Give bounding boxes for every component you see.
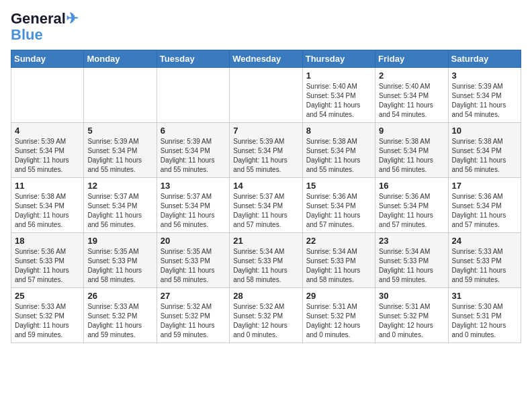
day-info: Sunrise: 5:35 AM Sunset: 5:33 PM Dayligh… <box>161 247 226 285</box>
calendar-cell: 27Sunrise: 5:32 AM Sunset: 5:32 PM Dayli… <box>157 288 229 343</box>
calendar-cell: 25Sunrise: 5:33 AM Sunset: 5:32 PM Dayli… <box>11 288 84 343</box>
day-info: Sunrise: 5:35 AM Sunset: 5:33 PM Dayligh… <box>87 247 152 285</box>
day-of-week-header: Wednesday <box>230 50 302 68</box>
day-number: 13 <box>161 181 226 191</box>
day-info: Sunrise: 5:32 AM Sunset: 5:32 PM Dayligh… <box>233 302 298 340</box>
logo: General✈Blue <box>11 11 78 43</box>
day-info: Sunrise: 5:36 AM Sunset: 5:34 PM Dayligh… <box>379 192 444 230</box>
day-number: 26 <box>87 291 152 301</box>
calendar-cell: 14Sunrise: 5:37 AM Sunset: 5:34 PM Dayli… <box>230 178 302 233</box>
day-info: Sunrise: 5:33 AM Sunset: 5:32 PM Dayligh… <box>87 302 152 340</box>
calendar-cell: 31Sunrise: 5:30 AM Sunset: 5:31 PM Dayli… <box>448 288 521 343</box>
calendar-cell: 21Sunrise: 5:34 AM Sunset: 5:33 PM Dayli… <box>230 233 302 288</box>
calendar-cell: 23Sunrise: 5:34 AM Sunset: 5:33 PM Dayli… <box>375 233 448 288</box>
day-of-week-header: Friday <box>375 50 448 68</box>
day-info: Sunrise: 5:32 AM Sunset: 5:32 PM Dayligh… <box>161 302 226 340</box>
day-number: 7 <box>233 126 298 136</box>
day-info: Sunrise: 5:37 AM Sunset: 5:34 PM Dayligh… <box>161 192 226 230</box>
day-number: 10 <box>452 126 517 136</box>
day-number: 8 <box>306 126 371 136</box>
calendar-cell: 9Sunrise: 5:38 AM Sunset: 5:34 PM Daylig… <box>375 123 448 178</box>
day-number: 20 <box>161 236 226 246</box>
day-info: Sunrise: 5:37 AM Sunset: 5:34 PM Dayligh… <box>233 192 298 230</box>
calendar-cell <box>230 68 302 123</box>
day-number: 15 <box>306 181 371 191</box>
page-header: General✈Blue <box>11 11 521 43</box>
day-number: 5 <box>87 126 152 136</box>
calendar-cell: 18Sunrise: 5:36 AM Sunset: 5:33 PM Dayli… <box>11 233 84 288</box>
calendar-cell: 5Sunrise: 5:39 AM Sunset: 5:34 PM Daylig… <box>84 123 157 178</box>
calendar-cell: 29Sunrise: 5:31 AM Sunset: 5:32 PM Dayli… <box>302 288 375 343</box>
day-of-week-header: Tuesday <box>157 50 229 68</box>
day-of-week-header: Saturday <box>448 50 521 68</box>
calendar-table: SundayMondayTuesdayWednesdayThursdayFrid… <box>11 50 521 343</box>
day-info: Sunrise: 5:39 AM Sunset: 5:34 PM Dayligh… <box>87 137 152 175</box>
day-number: 1 <box>306 71 371 81</box>
day-number: 23 <box>379 236 444 246</box>
day-info: Sunrise: 5:38 AM Sunset: 5:34 PM Dayligh… <box>379 137 444 175</box>
day-number: 25 <box>15 291 80 301</box>
calendar-cell: 2Sunrise: 5:40 AM Sunset: 5:34 PM Daylig… <box>375 68 448 123</box>
day-info: Sunrise: 5:38 AM Sunset: 5:34 PM Dayligh… <box>452 137 517 175</box>
day-number: 4 <box>15 126 80 136</box>
calendar-cell: 8Sunrise: 5:38 AM Sunset: 5:34 PM Daylig… <box>302 123 375 178</box>
day-info: Sunrise: 5:33 AM Sunset: 5:33 PM Dayligh… <box>452 247 517 285</box>
calendar-cell: 1Sunrise: 5:40 AM Sunset: 5:34 PM Daylig… <box>302 68 375 123</box>
calendar-cell: 26Sunrise: 5:33 AM Sunset: 5:32 PM Dayli… <box>84 288 157 343</box>
day-info: Sunrise: 5:38 AM Sunset: 5:34 PM Dayligh… <box>15 192 80 230</box>
day-number: 31 <box>452 291 517 301</box>
calendar-cell: 3Sunrise: 5:39 AM Sunset: 5:34 PM Daylig… <box>448 68 521 123</box>
day-number: 19 <box>87 236 152 246</box>
day-of-week-header: Thursday <box>302 50 375 68</box>
day-number: 18 <box>15 236 80 246</box>
day-number: 14 <box>233 181 298 191</box>
day-number: 3 <box>452 71 517 81</box>
calendar-cell: 15Sunrise: 5:36 AM Sunset: 5:34 PM Dayli… <box>302 178 375 233</box>
day-number: 21 <box>233 236 298 246</box>
day-number: 9 <box>379 126 444 136</box>
calendar-cell: 6Sunrise: 5:39 AM Sunset: 5:34 PM Daylig… <box>157 123 229 178</box>
day-info: Sunrise: 5:34 AM Sunset: 5:33 PM Dayligh… <box>306 247 371 285</box>
day-info: Sunrise: 5:38 AM Sunset: 5:34 PM Dayligh… <box>306 137 371 175</box>
calendar-cell: 13Sunrise: 5:37 AM Sunset: 5:34 PM Dayli… <box>157 178 229 233</box>
day-number: 6 <box>161 126 226 136</box>
calendar-cell: 10Sunrise: 5:38 AM Sunset: 5:34 PM Dayli… <box>448 123 521 178</box>
day-info: Sunrise: 5:31 AM Sunset: 5:32 PM Dayligh… <box>306 302 371 340</box>
calendar-cell: 30Sunrise: 5:31 AM Sunset: 5:32 PM Dayli… <box>375 288 448 343</box>
day-info: Sunrise: 5:31 AM Sunset: 5:32 PM Dayligh… <box>379 302 444 340</box>
day-of-week-header: Sunday <box>11 50 84 68</box>
day-info: Sunrise: 5:40 AM Sunset: 5:34 PM Dayligh… <box>306 82 371 120</box>
calendar-cell: 28Sunrise: 5:32 AM Sunset: 5:32 PM Dayli… <box>230 288 302 343</box>
calendar-cell: 16Sunrise: 5:36 AM Sunset: 5:34 PM Dayli… <box>375 178 448 233</box>
calendar-cell: 19Sunrise: 5:35 AM Sunset: 5:33 PM Dayli… <box>84 233 157 288</box>
day-number: 17 <box>452 181 517 191</box>
day-info: Sunrise: 5:33 AM Sunset: 5:32 PM Dayligh… <box>15 302 80 340</box>
day-info: Sunrise: 5:34 AM Sunset: 5:33 PM Dayligh… <box>233 247 298 285</box>
day-info: Sunrise: 5:34 AM Sunset: 5:33 PM Dayligh… <box>379 247 444 285</box>
day-number: 27 <box>161 291 226 301</box>
day-number: 11 <box>15 181 80 191</box>
calendar-cell: 20Sunrise: 5:35 AM Sunset: 5:33 PM Dayli… <box>157 233 229 288</box>
logo-text: General✈Blue <box>11 11 78 43</box>
calendar-cell: 4Sunrise: 5:39 AM Sunset: 5:34 PM Daylig… <box>11 123 84 178</box>
day-of-week-header: Monday <box>84 50 157 68</box>
calendar-cell: 7Sunrise: 5:39 AM Sunset: 5:34 PM Daylig… <box>230 123 302 178</box>
day-info: Sunrise: 5:36 AM Sunset: 5:33 PM Dayligh… <box>15 247 80 285</box>
day-info: Sunrise: 5:39 AM Sunset: 5:34 PM Dayligh… <box>452 82 517 120</box>
day-info: Sunrise: 5:36 AM Sunset: 5:34 PM Dayligh… <box>452 192 517 230</box>
day-info: Sunrise: 5:30 AM Sunset: 5:31 PM Dayligh… <box>452 302 517 340</box>
calendar-cell: 17Sunrise: 5:36 AM Sunset: 5:34 PM Dayli… <box>448 178 521 233</box>
day-number: 28 <box>233 291 298 301</box>
calendar-cell: 11Sunrise: 5:38 AM Sunset: 5:34 PM Dayli… <box>11 178 84 233</box>
day-info: Sunrise: 5:37 AM Sunset: 5:34 PM Dayligh… <box>87 192 152 230</box>
day-number: 30 <box>379 291 444 301</box>
calendar-cell: 22Sunrise: 5:34 AM Sunset: 5:33 PM Dayli… <box>302 233 375 288</box>
day-number: 16 <box>379 181 444 191</box>
calendar-cell: 12Sunrise: 5:37 AM Sunset: 5:34 PM Dayli… <box>84 178 157 233</box>
calendar-cell <box>84 68 157 123</box>
day-number: 22 <box>306 236 371 246</box>
day-number: 29 <box>306 291 371 301</box>
day-info: Sunrise: 5:40 AM Sunset: 5:34 PM Dayligh… <box>379 82 444 120</box>
day-info: Sunrise: 5:39 AM Sunset: 5:34 PM Dayligh… <box>233 137 298 175</box>
calendar-cell <box>11 68 84 123</box>
